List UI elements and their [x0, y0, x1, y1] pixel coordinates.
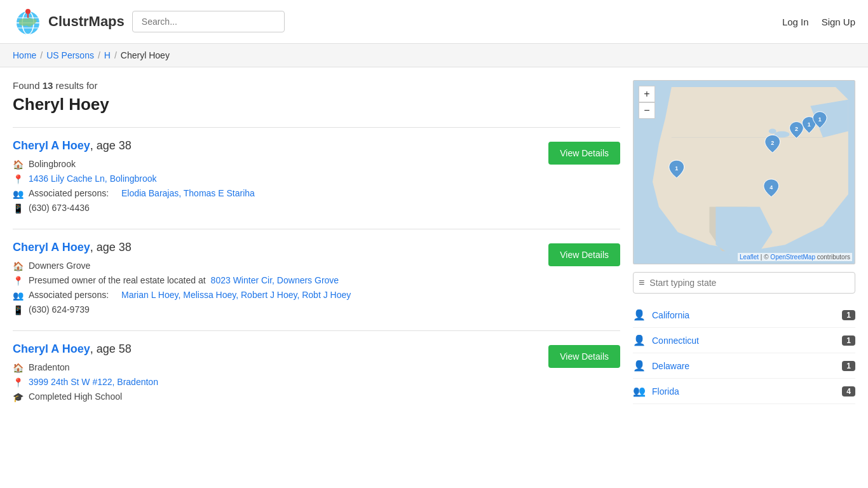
map-container: 1 2 2 1 [633, 80, 855, 264]
state-badge-connecticut: 1 [842, 336, 855, 346]
person-associated-1: 👥 Associated persons: Elodia Barajas, Th… [13, 188, 538, 199]
state-filter-container: ≡ [633, 272, 855, 294]
address-link-3[interactable]: 3999 24th St W #122, Bradenton [29, 377, 158, 387]
home-icon-1: 🏠 [13, 159, 24, 170]
map-svg: 1 2 2 1 [634, 81, 855, 264]
person-name-link-2[interactable]: Cheryl A Hoey [13, 241, 90, 254]
education-icon-3: 🎓 [13, 392, 24, 402]
breadcrumb-sep-3: / [114, 50, 117, 60]
breadcrumb-bar: Home / US Persons / H / Cheryl Hoey [0, 44, 868, 67]
phone-text-2: (630) 624-9739 [29, 304, 90, 315]
signup-link[interactable]: Sign Up [822, 17, 855, 27]
state-item-connecticut[interactable]: 👤 Connecticut 1 [633, 328, 855, 353]
address-link-1[interactable]: 1436 Lily Cache Ln, Bolingbrook [29, 173, 157, 184]
person-age-1: , age 38 [90, 139, 132, 152]
login-link[interactable]: Log In [782, 17, 809, 27]
svg-text:2: 2 [795, 126, 798, 132]
results-title: Cheryl Hoey [13, 95, 620, 114]
address-prefix-2: Presumed owner of the real estate locate… [29, 275, 206, 285]
associated-persons-link-1[interactable]: Elodia Barajas, Thomas E Stariha [121, 188, 255, 198]
logo-container[interactable]: ClustrMaps [13, 6, 125, 37]
state-name-florida: Florida [652, 386, 836, 396]
person-name-3: Cheryl A Hoey, age 58 [13, 342, 538, 356]
search-input[interactable] [132, 11, 285, 32]
state-person-icon-delaware: 👤 [633, 360, 646, 372]
state-badge-florida: 4 [842, 386, 855, 396]
svg-text:1: 1 [675, 165, 678, 172]
associated-label-1: Associated persons: [29, 188, 109, 198]
breadcrumb-current: Cheryl Hoey [121, 50, 170, 60]
logo-icon [13, 6, 43, 37]
svg-text:1: 1 [818, 116, 822, 123]
state-name-california: California [652, 310, 836, 320]
person-info-1: Cheryl A Hoey, age 38 🏠 Bolingbrook 📍 14… [13, 139, 538, 217]
osm-link[interactable]: OpenStreetMap [770, 254, 815, 261]
education-text-3: Completed High School [29, 391, 122, 402]
home-icon-2: 🏠 [13, 261, 24, 271]
svg-text:1: 1 [808, 121, 811, 128]
associated-persons-link-2[interactable]: Marian L Hoey, Melissa Hoey, Robert J Ho… [121, 290, 351, 300]
right-panel: 1 2 2 1 [633, 80, 855, 417]
view-details-btn-2[interactable]: View Details [548, 243, 620, 266]
svg-text:2: 2 [771, 140, 774, 146]
state-person-icon-connecticut: 👤 [633, 334, 646, 346]
header-right: Log In Sign Up [782, 17, 855, 27]
person-education-3: 🎓 Completed High School [13, 391, 538, 402]
city-text-3: Bradenton [29, 362, 70, 372]
person-associated-2: 👥 Associated persons: Marian L Hoey, Mel… [13, 290, 538, 301]
person-city-2: 🏠 Downers Grove [13, 261, 538, 271]
person-address-2: 📍 Presumed owner of the real estate loca… [13, 275, 538, 286]
breadcrumb-home[interactable]: Home [13, 50, 36, 60]
person-city-3: 🏠 Bradenton [13, 362, 538, 373]
leaflet-link[interactable]: Leaflet [740, 254, 759, 261]
filter-icon: ≡ [639, 277, 644, 288]
person-phone-2: 📱 (630) 624-9739 [13, 304, 538, 315]
state-item-delaware[interactable]: 👤 Delaware 1 [633, 353, 855, 379]
state-name-connecticut: Connecticut [652, 336, 836, 346]
breadcrumb-sep-1: / [40, 50, 43, 60]
person-name-2: Cheryl A Hoey, age 38 [13, 241, 538, 254]
city-text-1: Bolingbrook [29, 159, 76, 169]
location-icon-1: 📍 [13, 174, 24, 184]
location-icon-2: 📍 [13, 276, 24, 286]
map-attribution: Leaflet | © OpenStreetMap contributors [738, 253, 852, 261]
phone-icon-2: 📱 [13, 305, 24, 315]
phone-text-1: (630) 673-4436 [29, 203, 90, 213]
svg-point-9 [769, 128, 776, 133]
breadcrumb: Home / US Persons / H / Cheryl Hoey [13, 50, 855, 60]
person-age-3: , age 58 [90, 342, 132, 355]
person-card-3: Cheryl A Hoey, age 58 🏠 Bradenton 📍 3999… [13, 330, 620, 417]
state-item-florida[interactable]: 👥 Florida 4 [633, 379, 855, 404]
state-item-california[interactable]: 👤 California 1 [633, 302, 855, 328]
person-card-1: Cheryl A Hoey, age 38 🏠 Bolingbrook 📍 14… [13, 127, 620, 229]
header: ClustrMaps Log In Sign Up [0, 0, 868, 44]
address-link-2[interactable]: 8023 Winter Cir, Downers Grove [211, 275, 339, 285]
phone-icon-1: 📱 [13, 203, 24, 214]
state-list: 👤 California 1 👤 Connecticut 1 👤 Delawar… [633, 302, 855, 404]
person-name-1: Cheryl A Hoey, age 38 [13, 139, 538, 152]
breadcrumb-us-persons[interactable]: US Persons [46, 50, 94, 60]
person-name-link-3[interactable]: Cheryl A Hoey [13, 342, 90, 355]
zoom-in-button[interactable]: + [639, 86, 655, 102]
view-details-btn-3[interactable]: View Details [548, 345, 620, 368]
logo-text: ClustrMaps [48, 13, 125, 30]
state-name-delaware: Delaware [652, 361, 836, 371]
person-address-1: 📍 1436 Lily Cache Ln, Bolingbrook [13, 173, 538, 184]
person-card-2: Cheryl A Hoey, age 38 🏠 Downers Grove 📍 … [13, 229, 620, 330]
state-filter-input[interactable] [649, 275, 850, 290]
person-city-1: 🏠 Bolingbrook [13, 159, 538, 170]
map-controls: + − [639, 86, 655, 119]
persons-icon-1: 👥 [13, 189, 24, 199]
state-persons-icon-florida: 👥 [633, 385, 646, 397]
state-badge-california: 1 [842, 310, 855, 320]
svg-text:4: 4 [770, 184, 773, 191]
associated-label-2: Associated persons: [29, 290, 109, 300]
home-icon-3: 🏠 [13, 363, 24, 373]
zoom-out-button[interactable]: − [639, 102, 655, 119]
person-name-link-1[interactable]: Cheryl A Hoey [13, 139, 90, 152]
view-details-btn-1[interactable]: View Details [548, 142, 620, 165]
breadcrumb-h[interactable]: H [104, 50, 111, 60]
state-person-icon-california: 👤 [633, 309, 646, 321]
location-icon-3: 📍 [13, 377, 24, 388]
person-phone-1: 📱 (630) 673-4436 [13, 203, 538, 214]
